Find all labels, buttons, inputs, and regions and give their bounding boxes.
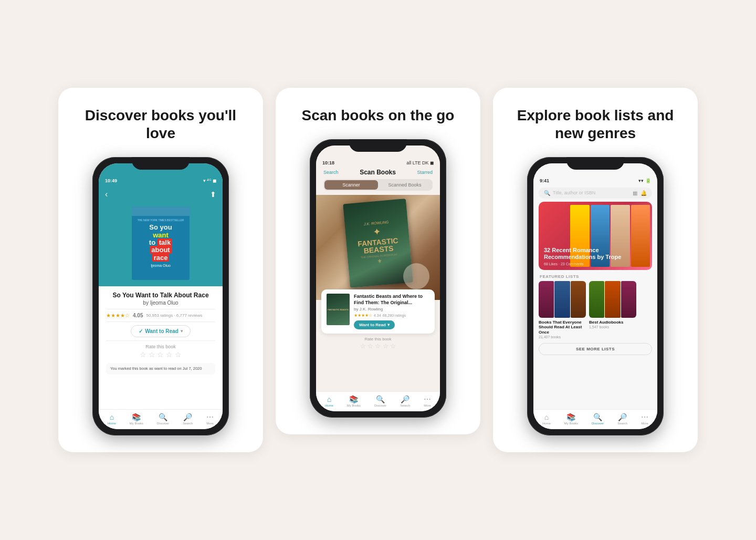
nav-discover[interactable]: 🔍 Discover	[157, 413, 169, 425]
list2-book-3	[621, 281, 636, 318]
phone-2: 10:18 all LTE DK ◼ Search Scan Books Sta…	[310, 139, 446, 418]
book-title-line4: race	[152, 254, 170, 262]
phone3-search-icon: 🔎	[618, 413, 627, 421]
phone2-search-label: Search	[400, 404, 410, 407]
dropdown-arrow: ▾	[181, 329, 183, 334]
result-mini-cover: FANTASTIC BEASTS	[327, 294, 350, 325]
phone-1: 10:49 ▾ ⁴ᴳ ◼ ‹ ⬆ THE NEW YORK TIMES BEST…	[92, 157, 229, 435]
list2-book-2	[605, 281, 620, 318]
phone-2-notch	[349, 139, 407, 152]
book-title-line1: So you want	[149, 224, 172, 239]
phone3-banner[interactable]: 32 Recent Romance Recommendations by Tro…	[539, 202, 652, 270]
phone3-search-bar[interactable]: 🔍 Title, author or ISBN ▦ 🔔	[539, 188, 652, 199]
fantastic-beasts-book: J.K. ROWLING ✦ FANTASTIC BEASTS THE ORIG…	[343, 199, 413, 288]
phone2-discover-label: Discover	[374, 404, 386, 407]
rating-row: ★★★★☆ 4.05 50,953 ratings · 6,777 review…	[106, 313, 215, 318]
check-icon: ✓	[139, 328, 143, 334]
phone2-status-icons: all LTE DK ◼	[406, 160, 434, 165]
nav-more[interactable]: ⋯ More	[206, 413, 214, 425]
card1-title: Discover books you'll love	[73, 107, 248, 142]
scan-books-title: Scan Books	[360, 169, 396, 176]
nav-search[interactable]: 🔎 Search	[183, 413, 193, 425]
my-books-icon: 📚	[132, 413, 141, 421]
phone2-my-books-icon: 📚	[349, 395, 358, 403]
book-cover-1: THE NEW YORK TIMES BESTSELLER So you wan…	[132, 206, 190, 280]
phone2-tabs: Scanner Scanned Books	[323, 179, 433, 191]
see-more-lists-button[interactable]: SEE MORE LISTS	[539, 343, 652, 355]
rating-detail: 50,953 ratings · 6,777 reviews	[146, 313, 202, 318]
result-rating-count: 68,280 ratings	[383, 314, 406, 317]
app-container: Discover books you'll love 10:49 ▾ ⁴ᴳ ◼ …	[0, 72, 756, 468]
card2-title: Scan books on the go	[302, 107, 455, 124]
phone2-my-books-label: My Books	[347, 404, 361, 407]
rate-stars[interactable]: ☆ ☆ ☆ ☆ ☆	[106, 350, 215, 359]
phone2-nav-my-books[interactable]: 📚 My Books	[347, 395, 361, 407]
list-card-1-books	[539, 281, 586, 318]
fb-ornament: ✦	[373, 225, 382, 237]
list-card-2-name: Best Audiobooks	[589, 320, 636, 325]
card-scan: Scan books on the go 10:18 all LTE DK ◼ …	[276, 88, 480, 434]
phone3-my-books-icon: 📚	[566, 413, 575, 421]
list-card-2[interactable]: Best Audiobooks 1,547 books	[589, 281, 636, 339]
search-link[interactable]: Search	[323, 170, 339, 175]
phone-2-screen: 10:18 all LTE DK ◼ Search Scan Books Sta…	[316, 146, 440, 411]
list-card-1-image	[539, 281, 586, 318]
phone3-nav-search[interactable]: 🔎 Search	[617, 413, 627, 425]
phone2-nav-more[interactable]: ⋯ More	[424, 395, 431, 407]
book-title-line2: to talk	[149, 239, 172, 246]
phone3-status-icons: ▾▾ 🔋	[638, 178, 651, 183]
list2-book-1	[589, 281, 604, 318]
tab-scanner[interactable]: Scanner	[324, 180, 378, 190]
phone3-discover-label: Discover	[592, 422, 604, 425]
phone3-nav-home[interactable]: ⌂ Home	[542, 413, 551, 425]
phone3-more-icon: ⋯	[641, 413, 648, 421]
phone2-rate-label: Rate this book	[323, 337, 433, 341]
back-icon[interactable]: ‹	[105, 190, 108, 199]
list-card-1[interactable]: Books That Everyone Should Read At Least…	[539, 281, 586, 339]
want-to-read-label: Want to Read	[145, 328, 178, 334]
phone3-more-label: More	[641, 422, 648, 425]
phone3-nav-my-books[interactable]: 📚 My Books	[564, 413, 578, 425]
featured-list-cards: Books That Everyone Should Read At Least…	[533, 281, 657, 339]
starred-link[interactable]: Starred	[417, 170, 433, 175]
list-card-2-books	[589, 281, 636, 318]
search-label: Search	[183, 422, 193, 425]
nav-home[interactable]: ⌂ Home	[108, 413, 116, 425]
result-book-title: Fantastic Beasts and Where to Find Them:…	[354, 294, 429, 306]
phone3-search-right: ▦ 🔔	[633, 190, 647, 196]
nav-my-books[interactable]: 📚 My Books	[130, 413, 143, 425]
want-to-read-note: You marked this book as want to read on …	[106, 363, 215, 375]
list1-book-3	[571, 281, 586, 318]
phone1-bottom-nav: ⌂ Home 📚 My Books 🔍 Discover 🔎 Search	[99, 409, 223, 429]
result-want-to-read-button[interactable]: Want to Read ▾	[354, 320, 395, 329]
plant-decoration	[403, 263, 429, 289]
phone1-book-cover-area: THE NEW YORK TIMES BESTSELLER So you wan…	[99, 202, 223, 286]
phone1-nav: ‹ ⬆	[99, 188, 223, 202]
phone2-home-icon: ⌂	[327, 395, 331, 403]
phone2-rate-section: Rate this book ☆ ☆ ☆ ☆ ☆	[316, 334, 440, 352]
want-to-read-button[interactable]: ✓ Want to Read ▾	[131, 325, 191, 337]
phone-3-screen: 9:41 ▾▾ 🔋 🔍 Title, author or ISBN ▦ 🔔	[533, 163, 657, 429]
tab-scanned[interactable]: Scanned Books	[378, 180, 432, 190]
phone3-nav-more[interactable]: ⋯ More	[641, 413, 648, 425]
book-cover-author: Ijeoma Oluo	[151, 264, 171, 267]
scan-barcode-icon[interactable]: ▦	[633, 190, 637, 196]
phone2-nav-search[interactable]: 🔎 Search	[400, 395, 410, 407]
my-books-label: My Books	[130, 422, 143, 425]
phone2-header: Search Scan Books Starred	[316, 168, 440, 179]
phone1-status-icons: ▾ ⁴ᴳ ◼	[203, 178, 216, 183]
share-icon[interactable]: ⬆	[210, 190, 216, 199]
phone3-home-icon: ⌂	[544, 413, 549, 421]
list-card-1-count: 21,407 books	[539, 335, 586, 339]
phone2-search-icon: 🔎	[401, 395, 410, 403]
phone3-nav-discover[interactable]: 🔍 Discover	[592, 413, 604, 425]
phone2-nav-home[interactable]: ⌂ Home	[325, 395, 333, 407]
discover-icon: 🔍	[159, 413, 167, 421]
list-card-1-name: Books That Everyone Should Read At Least…	[539, 320, 586, 335]
phone2-rate-stars[interactable]: ☆ ☆ ☆ ☆ ☆	[323, 342, 433, 350]
phone3-search-label: Search	[617, 422, 627, 425]
phone2-more-icon: ⋯	[424, 395, 431, 403]
phone2-nav-discover[interactable]: 🔍 Discover	[374, 395, 386, 407]
notification-icon[interactable]: 🔔	[640, 190, 647, 196]
home-label: Home	[108, 422, 116, 425]
